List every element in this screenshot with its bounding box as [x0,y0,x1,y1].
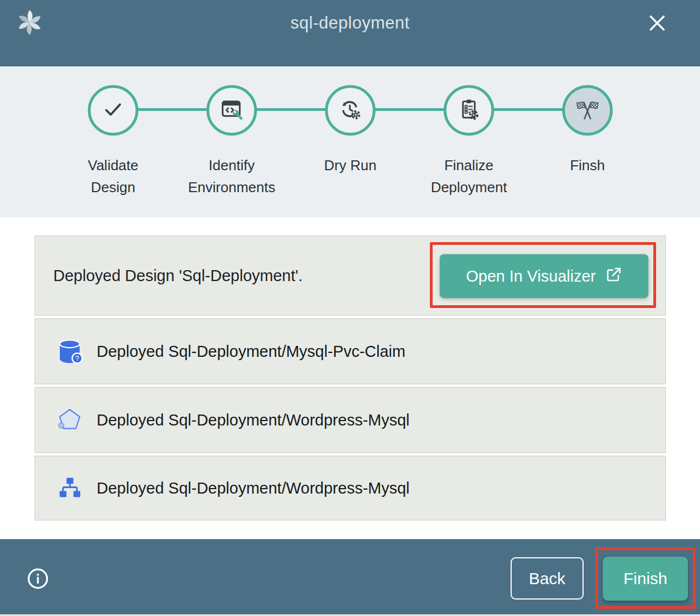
svg-text:?: ? [75,354,79,362]
dry-run-icon [338,97,363,124]
info-button[interactable] [26,568,49,591]
step-label: IdentifyEnvironments [188,154,276,198]
code-wrench-icon [220,97,244,124]
deployment-summary-row: Deployed Design 'Sql-Deployment'. Open I… [35,236,666,316]
dialog-header: sql-deployment [0,0,700,66]
step-label: Finsh [570,154,605,176]
finish-flags-icon [574,96,601,125]
stepper-steps: ValidateDesign [54,85,647,198]
back-button[interactable]: Back [511,557,584,600]
step-validate-design: ValidateDesign [54,85,172,198]
dialog-title: sql-deployment [0,13,700,33]
deployed-resource-row: Deployed Sql-Deployment/Wordpress-Mysql [35,456,666,520]
check-icon [100,97,126,124]
deployment-stepper: ValidateDesign [0,66,700,217]
step-circle-finalize-deployment[interactable] [444,85,494,136]
step-label: Dry Run [324,154,376,176]
finish-button-label: Finish [623,569,667,588]
step-dry-run: Dry Run [291,85,410,198]
back-button-label: Back [529,569,565,588]
finish-button[interactable]: Finish [603,557,688,601]
close-icon [646,12,669,36]
deployed-resource-text: Deployed Sql-Deployment/Wordpress-Mysql [97,388,410,452]
database-icon: ? [52,319,88,384]
step-identify-environments: IdentifyEnvironments [172,85,291,198]
step-circle-dry-run[interactable] [325,85,376,136]
step-finalize-deployment: FinalizeDeployment [410,85,528,198]
deployed-resource-row: ? Deployed Sql-Deployment/Mysql-Pvc-Clai… [35,318,666,384]
step-label: FinalizeDeployment [431,154,507,198]
deployed-resource-text: Deployed Sql-Deployment/Wordpress-Mysql [97,456,410,520]
deployment-dialog: sql-deployment Vali [0,0,700,616]
hierarchy-icon [52,456,88,520]
open-in-visualizer-button[interactable]: Open In Visualizer [440,254,648,298]
deployed-resource-text: Deployed Sql-Deployment/Mysql-Pvc-Claim [97,319,405,384]
deployment-summary-text: Deployed Design 'Sql-Deployment'. [53,236,303,315]
clipboard-gear-icon [456,97,481,124]
step-label: ValidateDesign [88,154,138,198]
step-circle-finish[interactable] [562,85,613,136]
external-link-icon [606,266,622,287]
step-circle-validate-design[interactable] [88,85,138,136]
close-button[interactable] [645,11,670,36]
step-circle-identify-environments[interactable] [206,85,257,136]
step-finish: Finsh [528,85,647,198]
deployed-resource-row: Deployed Sql-Deployment/Wordpress-Mysql [35,387,666,453]
info-icon [26,567,49,592]
dialog-footer: Back Finish [0,539,700,616]
open-in-visualizer-label: Open In Visualizer [466,267,596,285]
pentagon-icon [52,388,88,452]
